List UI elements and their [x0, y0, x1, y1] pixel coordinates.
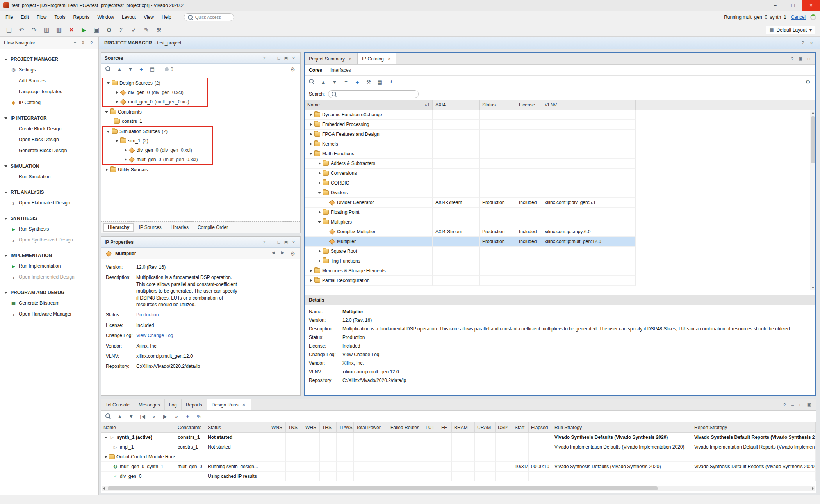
- menu-item[interactable]: Reports: [69, 11, 93, 23]
- flow-nav-section-header[interactable]: SIMULATION: [0, 161, 98, 171]
- flow-nav-item[interactable]: Run Simulation: [0, 171, 98, 182]
- menu-item[interactable]: Flow: [33, 11, 50, 23]
- source-tree-item[interactable]: Design Sources (2): [103, 78, 207, 88]
- search-icon[interactable]: [105, 413, 112, 421]
- tab-ip-sources[interactable]: IP Sources: [135, 224, 165, 231]
- runs-column-header[interactable]: Failed Routes: [388, 422, 423, 432]
- scroll-left-icon[interactable]: [102, 486, 107, 491]
- section-expander-icon[interactable]: [4, 57, 8, 62]
- tab-hierarchy[interactable]: Hierarchy: [103, 223, 134, 232]
- settings-gear-icon[interactable]: [289, 66, 297, 73]
- tab-close-icon[interactable]: [242, 403, 246, 407]
- source-tree-item[interactable]: sim_1 (2): [103, 136, 212, 146]
- column-header-vlnv[interactable]: VLNV: [542, 100, 636, 110]
- tree-expander-icon[interactable]: [106, 81, 111, 85]
- source-tree-item[interactable]: Constraints: [101, 107, 300, 117]
- property-value[interactable]: Production: [136, 312, 159, 318]
- source-tree-item[interactable]: div_gen_0 (div_gen_0.xci): [103, 88, 207, 97]
- menu-item[interactable]: Edit: [17, 11, 33, 23]
- help-icon[interactable]: ?: [781, 402, 788, 408]
- flow-nav-section-header[interactable]: PROJECT MANAGER: [0, 54, 98, 64]
- ip-catalog-row[interactable]: Math Functions: [305, 149, 815, 159]
- source-tree-item[interactable]: Utility Sources: [101, 165, 300, 174]
- design-run-row[interactable]: Out-of-Context Module Runs: [101, 452, 816, 462]
- percent-icon[interactable]: %: [195, 413, 203, 421]
- runs-column-header[interactable]: Constraints: [175, 422, 205, 432]
- tree-expander-icon[interactable]: [114, 138, 119, 143]
- create-run-icon[interactable]: +: [184, 413, 192, 421]
- close-icon[interactable]: ×: [291, 239, 297, 245]
- scroll-up-icon[interactable]: [810, 110, 816, 115]
- flow-nav-section-header[interactable]: RTL ANALYSIS: [0, 187, 98, 197]
- maximize-icon[interactable]: □: [276, 55, 282, 61]
- ip-catalog-row[interactable]: Adders & Subtracters: [305, 159, 815, 169]
- settings-gear-icon[interactable]: [804, 78, 812, 86]
- search-icon[interactable]: [308, 78, 316, 86]
- float-icon[interactable]: ▣: [806, 402, 812, 408]
- flow-nav-item[interactable]: Create Block Design: [0, 123, 98, 134]
- help-icon[interactable]: ?: [789, 56, 795, 62]
- runs-column-header[interactable]: URAM: [475, 422, 496, 432]
- float-icon[interactable]: ▣: [283, 55, 289, 61]
- close-button[interactable]: ×: [802, 0, 820, 11]
- tree-expander-icon[interactable]: [308, 151, 313, 156]
- maximize-icon[interactable]: □: [798, 402, 804, 408]
- maximize-button[interactable]: □: [784, 0, 802, 11]
- tree-expander-icon[interactable]: [123, 148, 128, 153]
- tab-compile-order[interactable]: Compile Order: [194, 224, 232, 231]
- add-repository-icon[interactable]: +: [353, 78, 361, 86]
- ip-catalog-row[interactable]: Dividers: [305, 188, 815, 198]
- design-run-row[interactable]: mult_gen_0_synth_1 mult_gen_0 Running sy…: [101, 462, 816, 472]
- flow-nav-item[interactable]: Run Implementation: [0, 261, 98, 272]
- source-tree-item[interactable]: div_gen_0 (div_gen_0.xci): [103, 146, 212, 155]
- column-header-license[interactable]: License: [516, 100, 542, 110]
- ip-catalog-row[interactable]: Square Root: [305, 247, 815, 256]
- ip-catalog-row[interactable]: Multiplier Production Included xilinx.co…: [305, 237, 815, 247]
- tree-expander-icon[interactable]: [317, 171, 322, 176]
- runs-column-header[interactable]: Elapsed: [529, 422, 552, 432]
- design-run-row[interactable]: synth_1 (active) constrs_1 Not started: [101, 433, 816, 442]
- section-expander-icon[interactable]: [4, 164, 8, 169]
- column-header-name[interactable]: Name ∧1: [305, 100, 433, 110]
- tree-expander-icon[interactable]: [123, 157, 128, 162]
- flow-nav-item[interactable]: Open Synthesized Design: [0, 234, 98, 245]
- flow-nav-section-header[interactable]: IP INTEGRATOR: [0, 113, 98, 123]
- first-run-icon[interactable]: |◀: [139, 413, 146, 421]
- abort-icon[interactable]: ×: [66, 25, 77, 35]
- grid-view-icon[interactable]: ▦: [376, 78, 384, 86]
- tree-expander-icon[interactable]: [317, 249, 322, 254]
- detail-value[interactable]: Production: [342, 335, 365, 340]
- float-icon[interactable]: ▣: [283, 239, 289, 245]
- menu-item[interactable]: View: [140, 11, 158, 23]
- ip-catalog-row[interactable]: Complex Multiplier AXI4-Stream Productio…: [305, 227, 815, 237]
- info-icon[interactable]: i: [387, 78, 395, 86]
- undo-icon[interactable]: ↶: [16, 25, 27, 35]
- runs-column-header[interactable]: Start: [512, 422, 529, 432]
- program-icon[interactable]: ▣: [91, 25, 102, 35]
- tree-expander-icon[interactable]: [317, 210, 322, 215]
- runs-column-header[interactable]: TNS: [286, 422, 303, 432]
- flow-nav-item[interactable]: IP Catalog: [0, 97, 98, 108]
- runs-column-header[interactable]: Run Strategy: [552, 422, 692, 432]
- flow-nav-item[interactable]: Language Templates: [0, 86, 98, 97]
- tree-expander-icon[interactable]: [308, 268, 313, 273]
- view-cores[interactable]: Cores: [309, 67, 326, 73]
- runs-column-header[interactable]: Status: [205, 422, 269, 432]
- flow-nav-section-header[interactable]: PROGRAM AND DEBUG: [0, 287, 98, 298]
- tree-expander-icon[interactable]: [317, 190, 322, 195]
- tab-messages[interactable]: Messages: [134, 399, 165, 410]
- tree-expander-icon[interactable]: [114, 99, 119, 104]
- vertical-scrollbar[interactable]: [810, 110, 815, 290]
- help-icon[interactable]: ?: [800, 40, 806, 46]
- settings-icon[interactable]: ⚙: [104, 25, 114, 35]
- runs-column-header[interactable]: WNS: [269, 422, 286, 432]
- menu-item[interactable]: Tools: [50, 11, 69, 23]
- tab-libraries[interactable]: Libraries: [167, 224, 193, 231]
- float-icon[interactable]: ▣: [797, 56, 804, 62]
- flow-nav-item[interactable]: Open Implemented Design: [0, 272, 98, 282]
- flow-nav-item[interactable]: Generate Block Design: [0, 145, 98, 156]
- flow-nav-item[interactable]: Add Sources: [0, 75, 98, 86]
- tree-expander-icon[interactable]: [308, 112, 313, 117]
- maximize-icon[interactable]: □: [276, 239, 282, 245]
- minimize-icon[interactable]: –: [790, 402, 796, 408]
